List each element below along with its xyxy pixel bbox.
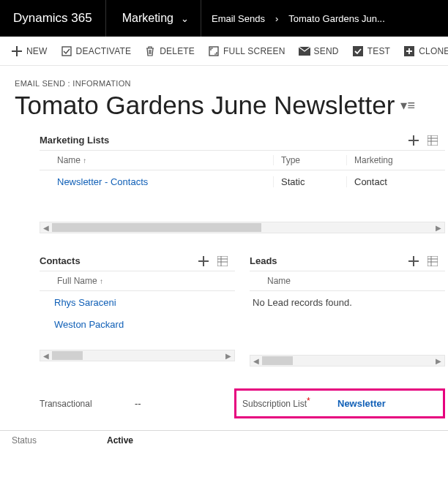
plus-icon <box>11 45 23 57</box>
svg-rect-3 <box>353 46 363 56</box>
global-nav: Dynamics 365 Marketing ⌄ Email Sends › T… <box>0 0 448 37</box>
svg-rect-8 <box>217 256 228 266</box>
svg-rect-0 <box>62 47 71 56</box>
test-label: Test <box>367 46 390 56</box>
table-row[interactable]: Rhys Saraceni <box>40 291 235 313</box>
form-selector-icon[interactable]: ▾≡ <box>400 97 415 113</box>
fullscreen-icon <box>208 45 220 57</box>
column-header-name[interactable]: Name ↑ <box>54 155 274 165</box>
test-button[interactable]: Test <box>346 45 397 57</box>
check-icon <box>352 45 364 57</box>
add-record-icon[interactable] <box>408 135 419 146</box>
leads-section: Leads Name No Lead records found. ◀ ▶ <box>250 255 445 367</box>
column-header-marketing[interactable]: Marketing <box>347 155 445 165</box>
record-title: Tomato Gardens June Newsletter ▾≡ <box>15 91 445 120</box>
form-type-label: EMAIL SEND : INFORMATION <box>15 79 445 88</box>
contacts-section: Contacts Full Name ↑ Rhys Saraceni Westo… <box>40 255 235 367</box>
table-row[interactable]: Newsletter - Contacts Static Contact <box>40 170 445 192</box>
scroll-track[interactable] <box>262 356 433 366</box>
grid-view-icon[interactable] <box>428 256 438 266</box>
envelope-icon <box>299 45 310 57</box>
breadcrumb-level1[interactable]: Email Sends <box>201 13 275 24</box>
transactional-field: Transactional -- <box>40 398 234 409</box>
deactivate-icon <box>61 45 72 57</box>
status-label: Status <box>12 435 107 446</box>
area-selector[interactable]: Marketing ⌄ <box>106 0 201 37</box>
contacts-header: Full Name ↑ <box>40 271 235 291</box>
contacts-title: Contacts <box>40 255 81 266</box>
list-type-value: Static <box>274 176 347 187</box>
add-record-icon[interactable] <box>408 256 419 266</box>
deactivate-label: Deactivate <box>76 46 132 56</box>
subscription-list-label: Subscription List* <box>242 399 337 409</box>
column-header-type[interactable]: Type <box>274 155 347 165</box>
add-record-icon[interactable] <box>198 256 209 266</box>
clone-label: Clone <box>419 46 448 56</box>
scroll-left-icon[interactable]: ◀ <box>250 357 262 365</box>
deactivate-button[interactable]: Deactivate <box>54 45 138 57</box>
delete-button[interactable]: Delete <box>138 45 201 57</box>
record-title-text: Tomato Gardens June Newsletter <box>15 91 395 120</box>
sort-asc-icon: ↑ <box>100 277 103 285</box>
status-bar: Status Active <box>0 430 448 450</box>
horizontal-scrollbar[interactable]: ◀ ▶ <box>40 350 235 361</box>
list-mkt-value: Contact <box>347 176 445 187</box>
required-marker-icon: * <box>307 396 310 406</box>
send-button[interactable]: Send <box>292 45 346 57</box>
area-label: Marketing <box>122 12 173 25</box>
scroll-right-icon[interactable]: ▶ <box>223 352 234 360</box>
marketing-lists-title: Marketing Lists <box>40 135 109 146</box>
scroll-thumb[interactable] <box>262 356 293 365</box>
field-row: Transactional -- Subscription List* News… <box>40 388 445 418</box>
new-button[interactable]: New <box>4 45 54 57</box>
contact-link[interactable]: Rhys Saraceni <box>54 297 116 308</box>
clone-icon <box>403 45 415 57</box>
grid-view-icon[interactable] <box>217 256 228 266</box>
leads-title: Leads <box>250 255 277 266</box>
scroll-right-icon[interactable]: ▶ <box>433 224 444 232</box>
svg-rect-9 <box>428 256 438 266</box>
scroll-track[interactable] <box>52 222 433 233</box>
fullscreen-label: Full Screen <box>223 46 285 56</box>
brand-label[interactable]: Dynamics 365 <box>0 0 106 37</box>
command-bar: New Deactivate Delete Full Screen Send T… <box>0 37 448 66</box>
clone-button[interactable]: Clone <box>397 45 448 57</box>
column-header-name[interactable]: Name <box>264 276 445 286</box>
horizontal-scrollbar[interactable]: ◀ ▶ <box>250 355 445 367</box>
marketing-lists-header: Name ↑ Type Marketing <box>40 150 445 170</box>
list-name-link[interactable]: Newsletter - Contacts <box>54 176 274 187</box>
leads-header: Name <box>250 271 445 291</box>
transactional-value[interactable]: -- <box>135 398 141 409</box>
new-label: New <box>26 46 48 56</box>
status-value: Active <box>107 435 133 446</box>
subscription-list-value[interactable]: Newsletter <box>337 398 386 409</box>
column-header-fullname[interactable]: Full Name ↑ <box>54 276 235 286</box>
contact-link[interactable]: Weston Packard <box>54 319 124 330</box>
transactional-label: Transactional <box>40 399 135 409</box>
trash-icon <box>144 45 156 57</box>
marketing-lists-section: Marketing Lists Name ↑ Type Marketing Ne… <box>40 135 445 233</box>
send-label: Send <box>314 46 339 56</box>
grid-view-icon[interactable] <box>428 135 438 146</box>
scroll-left-icon[interactable]: ◀ <box>40 352 52 360</box>
svg-rect-7 <box>428 135 438 146</box>
delete-label: Delete <box>160 46 195 56</box>
scroll-thumb[interactable] <box>52 223 261 232</box>
sort-asc-icon: ↑ <box>83 157 86 165</box>
chevron-down-icon: ⌄ <box>181 13 189 24</box>
fullscreen-button[interactable]: Full Screen <box>201 45 291 57</box>
horizontal-scrollbar[interactable]: ◀ ▶ <box>40 222 445 233</box>
subscription-list-field: Subscription List* Newsletter <box>234 388 445 418</box>
scroll-track[interactable] <box>52 350 223 361</box>
table-row[interactable]: Weston Packard <box>40 313 235 335</box>
scroll-left-icon[interactable]: ◀ <box>40 224 52 232</box>
breadcrumb-level2[interactable]: Tomato Gardens Jun... <box>278 13 395 24</box>
leads-empty-text: No Lead records found. <box>250 291 445 308</box>
scroll-thumb[interactable] <box>52 351 83 360</box>
form-body: EMAIL SEND : INFORMATION Tomato Gardens … <box>0 66 448 418</box>
scroll-right-icon[interactable]: ▶ <box>433 357 444 365</box>
